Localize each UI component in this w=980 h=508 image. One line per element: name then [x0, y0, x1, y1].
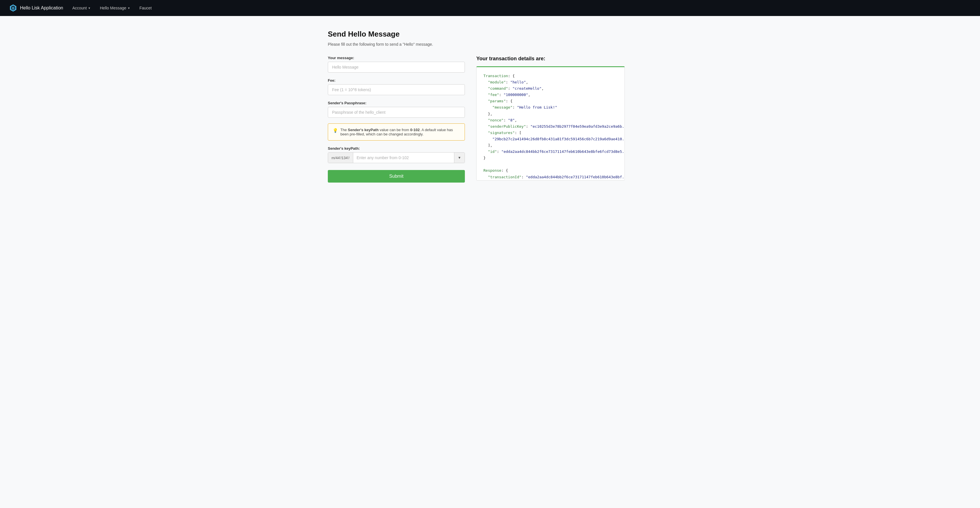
page-subtitle: Please fill out the following form to se…: [328, 42, 652, 46]
nav-brand[interactable]: Hello Lisk Application: [9, 4, 63, 12]
keypath-toggle-button[interactable]: ▼: [454, 153, 465, 163]
hello-chevron-icon: ▼: [127, 6, 130, 10]
keypath-label: Sender's keyPath:: [328, 146, 465, 151]
lisk-logo-icon: [9, 4, 17, 12]
tx-details-box[interactable]: Transaction: { "module": "hello", "comma…: [476, 66, 625, 181]
tx-details-content: Transaction: { "module": "hello", "comma…: [484, 73, 618, 181]
page-title: Send Hello Message: [328, 30, 652, 38]
keypath-input[interactable]: [353, 153, 454, 163]
passphrase-group: Sender's Passphrase:: [328, 101, 465, 118]
form-right: Your transaction details are: Transactio…: [476, 56, 625, 181]
keypath-row: m/44'/134'/ ▼: [328, 152, 465, 163]
tx-details-title: Your transaction details are:: [476, 56, 625, 62]
message-input[interactable]: [328, 62, 465, 73]
brand-label: Hello Lisk Application: [20, 5, 63, 11]
message-group: Your message:: [328, 56, 465, 73]
keypath-group: Sender's keyPath: m/44'/134'/ ▼: [328, 146, 465, 163]
keypath-prefix: m/44'/134'/: [328, 153, 353, 163]
info-icon: 💡: [332, 128, 338, 133]
form-left: Your message: Fee: Sender's Passphrase: …: [328, 56, 465, 183]
submit-button[interactable]: Submit: [328, 170, 465, 183]
nav-hello-message[interactable]: Hello Message ▼: [100, 5, 130, 11]
nav-account-label: Account: [72, 6, 87, 10]
main-content: Send Hello Message Please fill out the f…: [319, 16, 661, 196]
passphrase-label: Sender's Passphrase:: [328, 101, 465, 105]
nav-hello-label: Hello Message: [100, 6, 127, 10]
info-box: 💡 The Sender's keyPath value can be from…: [328, 123, 465, 140]
nav-faucet-label: Faucet: [139, 6, 152, 10]
message-label: Your message:: [328, 56, 465, 60]
navbar: Hello Lisk Application Account ▼ Hello M…: [0, 0, 980, 16]
info-text: The Sender's keyPath value can be from 0…: [340, 128, 460, 136]
fee-label: Fee:: [328, 78, 465, 83]
fee-group: Fee:: [328, 78, 465, 95]
form-section: Your message: Fee: Sender's Passphrase: …: [328, 56, 652, 183]
fee-input[interactable]: [328, 84, 465, 95]
account-chevron-icon: ▼: [88, 6, 91, 10]
passphrase-input[interactable]: [328, 107, 465, 118]
nav-faucet[interactable]: Faucet: [139, 5, 152, 11]
nav-account[interactable]: Account ▼: [72, 5, 91, 11]
